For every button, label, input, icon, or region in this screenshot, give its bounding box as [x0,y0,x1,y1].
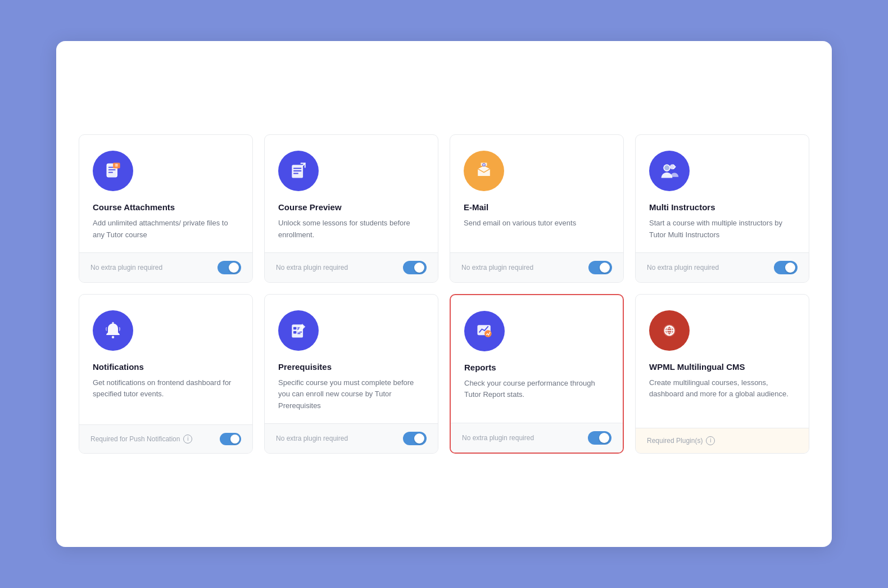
footer-label: No extra plugin required [276,264,348,272]
card-body: Course Attachments Add unlimited attachm… [79,135,252,252]
card-notifications: Notifications Get notifications on front… [79,294,253,454]
reports-icon [464,311,505,351]
card-title: E-Mail [464,202,610,212]
card-body: Course Preview Unlock some lessons for s… [265,135,438,252]
svg-rect-8 [292,165,303,178]
card-title: Course Attachments [93,202,239,212]
card-prerequisites: Prerequisites Specific course you must c… [264,294,438,454]
card-footer: No extra plugin required [450,252,623,282]
card-footer: No extra plugin required [265,423,438,453]
card-desc: Specific course you must complete before… [278,377,424,412]
info-icon[interactable]: i [706,436,715,445]
footer-label: No extra plugin required [647,264,719,272]
card-desc: Send email on various tutor events [464,218,610,229]
toggle-switch[interactable] [588,431,611,445]
svg-rect-22 [293,331,296,333]
card-desc: Create multilingual courses, lessons, da… [649,377,795,401]
card-email: E-Mail Send email on various tutor event… [450,134,624,283]
card-body: Notifications Get notifications on front… [79,295,252,424]
footer-label: Required for Push Notification [90,435,180,443]
footer-info: Required Plugin(s) i [647,436,715,445]
toggle-switch[interactable] [403,261,427,274]
footer-label: No extra plugin required [462,434,534,442]
card-wpml: WPML Multilingual CMS Create multilingua… [635,294,809,454]
notifications-icon [93,310,133,351]
card-footer: No extra plugin required [265,252,438,282]
main-container: Course Attachments Add unlimited attachm… [56,41,832,547]
card-title: Prerequisites [278,362,424,372]
prerequisites-icon [278,310,319,351]
email-icon [464,151,504,191]
card-body: E-Mail Send email on various tutor event… [450,135,623,252]
course-attachments-icon [93,151,133,191]
card-course-preview: Course Preview Unlock some lessons for s… [264,134,438,283]
course-preview-icon [278,151,319,191]
card-title: WPML Multilingual CMS [649,362,795,372]
footer-label: Required Plugin(s) [647,437,703,445]
card-desc: Get notifications on frontend dashboard … [93,377,239,401]
footer-label: No extra plugin required [461,264,533,272]
card-footer: Required for Push Notification i [79,424,252,453]
card-footer: No extra plugin required [636,252,809,282]
card-body: Reports Check your course performance th… [451,295,623,423]
toggle-switch[interactable] [588,261,612,274]
card-title: Multi Instructors [649,202,795,212]
svg-point-16 [664,165,669,170]
footer-info: Required for Push Notification i [90,435,192,444]
card-footer: No extra plugin required [79,252,252,282]
card-title: Course Preview [278,202,424,212]
card-title: Notifications [93,362,239,372]
svg-point-28 [484,330,492,337]
card-body: Multi Instructors Start a course with mu… [636,135,809,252]
info-icon[interactable]: i [183,435,192,444]
card-desc: Unlock some lessons for students before … [278,218,424,241]
card-reports: Reports Check your course performance th… [450,294,624,454]
toggle-switch[interactable] [403,432,427,445]
svg-point-19 [112,322,114,324]
cards-grid: Course Attachments Add unlimited attachm… [79,134,809,454]
svg-point-18 [112,336,115,338]
card-desc: Check your course performance through Tu… [464,378,609,401]
toggle-switch[interactable] [774,261,798,274]
card-footer: Required Plugin(s) i [636,428,809,453]
card-body: Prerequisites Specific course you must c… [265,295,438,423]
toggle-switch[interactable] [220,433,241,445]
card-body: WPML Multilingual CMS Create multilingua… [636,295,809,428]
footer-label: No extra plugin required [90,264,162,272]
card-title: Reports [464,363,609,372]
multi-instructors-icon [649,151,690,191]
card-desc: Start a course with multiple instructors… [649,218,795,241]
wpml-icon [649,310,690,351]
card-multi-instructors: Multi Instructors Start a course with mu… [635,134,809,283]
footer-label: No extra plugin required [276,435,348,442]
svg-rect-21 [293,327,296,329]
card-desc: Add unlimited attachments/ private files… [93,218,239,241]
toggle-switch[interactable] [218,261,241,274]
card-course-attachments: Course Attachments Add unlimited attachm… [79,134,253,283]
card-footer: No extra plugin required [451,423,623,453]
